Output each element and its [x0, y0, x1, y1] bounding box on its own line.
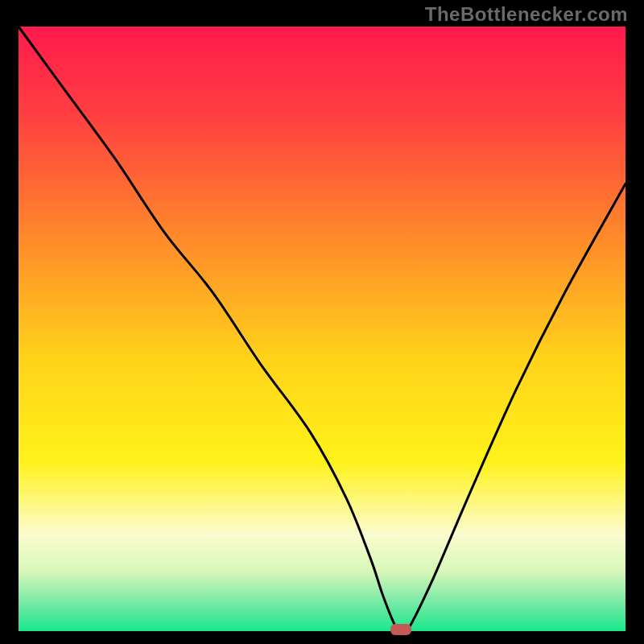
chart-container: TheBottlenecker.com [0, 0, 644, 644]
chart-background [19, 27, 625, 631]
optimal-point-marker [390, 624, 411, 635]
bottleneck-chart [0, 0, 644, 644]
